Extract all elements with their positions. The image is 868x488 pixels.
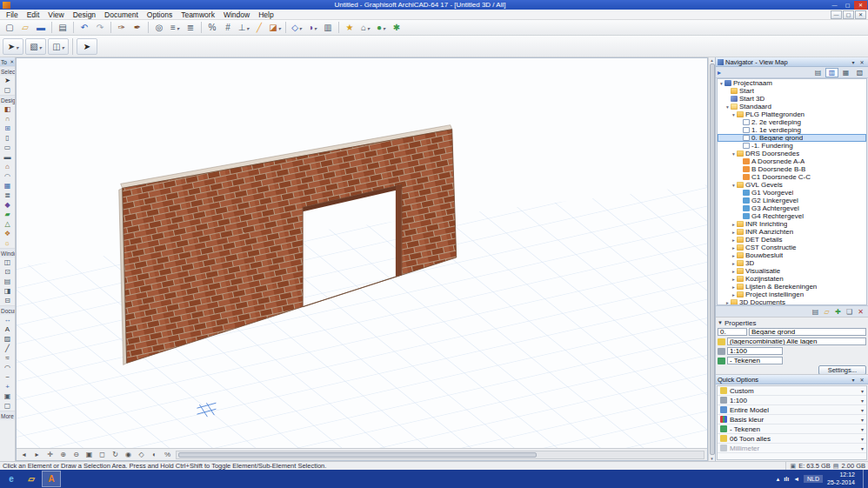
hotspot-tool[interactable]: + <box>0 382 15 391</box>
menu-item[interactable]: Options <box>143 10 177 19</box>
elevation-tool[interactable]: ⊡ <box>0 267 15 277</box>
tree-item[interactable]: ▸ DET Details <box>718 236 866 244</box>
language-indicator[interactable]: NLD <box>804 475 823 483</box>
expander-icon[interactable]: ▸ <box>724 300 731 305</box>
arrow-cursor[interactable]: ➤ <box>77 38 97 55</box>
quick-option-row[interactable]: 1:100 ▾ <box>718 396 866 405</box>
mdi-restore[interactable]: ▢ <box>843 10 854 19</box>
window-tool[interactable]: ⊞ <box>0 124 15 133</box>
expander-icon[interactable]: ▾ <box>731 112 737 117</box>
redo[interactable]: ↷ <box>93 21 107 35</box>
gravity[interactable]: ⊥ <box>237 21 250 35</box>
collapse-icon[interactable]: ▼ <box>718 320 723 325</box>
chevron-down-icon[interactable]: ▾ <box>861 426 864 432</box>
zoom-percent[interactable]: % <box>161 450 174 460</box>
element-settings[interactable]: ≡ <box>168 21 182 35</box>
menu-item[interactable]: Document <box>100 10 143 19</box>
tree-item[interactable]: ▾ Standaard <box>718 103 866 110</box>
navigator-close-icon[interactable]: ✕ <box>858 59 866 65</box>
maximize-button[interactable]: ▢ <box>841 1 854 10</box>
quick-options-close-icon[interactable]: ✕ <box>858 377 866 383</box>
dimension-tool[interactable]: ↔ <box>0 315 15 324</box>
volume-icon[interactable]: ◄ <box>793 476 799 482</box>
navigator-header[interactable]: Navigator - View Map ▾ ✕ <box>716 57 868 67</box>
quick-option-row[interactable]: Entire Model ▾ <box>718 405 866 415</box>
stair-tool[interactable]: ≣ <box>0 191 15 200</box>
interior-elevation-tool[interactable]: ▤ <box>0 277 15 286</box>
trace-reference[interactable]: ◪ <box>268 21 282 35</box>
column-tool[interactable]: ▯ <box>0 133 15 143</box>
chevron-down-icon[interactable]: ▾ <box>861 417 864 423</box>
scale-field[interactable]: 1:100 <box>727 347 783 355</box>
horizontal-scrollbar-thumb[interactable] <box>178 452 537 458</box>
project-chooser-icon[interactable]: ▸ <box>718 69 728 77</box>
3d-viewport[interactable]: ◂▸✛⊕⊖▣◻↻◉◇◐% <box>16 57 708 461</box>
arrow-tool-dropdown[interactable]: ➤ <box>3 38 23 55</box>
quick-option-row[interactable]: Millimeter ▾ <box>718 444 866 453</box>
chevron-down-icon[interactable]: ▾ <box>861 407 864 413</box>
3d-window[interactable]: ◇ <box>290 21 304 35</box>
taskbar-clock[interactable]: 12:12 25-2-2014 <box>827 471 855 485</box>
expander-icon[interactable]: ▸ <box>731 245 737 251</box>
expander-icon[interactable]: ▸ <box>731 284 737 290</box>
scale-options[interactable]: % <box>205 21 219 35</box>
tree-item[interactable]: Start <box>718 87 866 95</box>
menu-item[interactable]: Teamwork <box>177 10 219 19</box>
tree-item[interactable]: A Doorsnede A-A <box>718 157 866 165</box>
show-desktop-button[interactable] <box>863 470 866 488</box>
object-tool[interactable]: ❖ <box>0 229 15 238</box>
chevron-down-icon[interactable]: ▾ <box>861 398 864 404</box>
expander-icon[interactable]: ▸ <box>731 253 737 258</box>
mdi-minimize[interactable]: — <box>831 10 842 19</box>
find-and-select[interactable]: ◎ <box>152 21 166 35</box>
detail-tool[interactable]: ⊟ <box>0 296 15 305</box>
vertical-scrollbar[interactable]: ▴ ▾ <box>708 57 715 461</box>
menu-item[interactable]: Design <box>69 10 100 19</box>
pan[interactable]: ✛ <box>43 450 57 460</box>
navigator-options-icon[interactable]: ▾ <box>849 59 858 65</box>
hidden-icons-arrow[interactable]: ▴ <box>777 476 780 483</box>
zone-tool[interactable]: ▰ <box>0 210 15 219</box>
story-name-field[interactable]: Begane grond <box>749 328 866 336</box>
print[interactable]: ▤ <box>56 21 70 35</box>
scroll-left[interactable]: ◂ <box>17 450 30 460</box>
save-project[interactable]: ▬ <box>34 21 48 35</box>
fill-tool[interactable]: ▨ <box>0 334 15 344</box>
menu-item[interactable]: Edit <box>23 10 44 19</box>
work-environment[interactable]: ✱ <box>390 21 404 35</box>
tree-item[interactable]: ▸ INR Inrichting <box>718 220 866 228</box>
orbit[interactable]: ↻ <box>109 450 122 460</box>
marquee-tool[interactable]: ▢ <box>0 85 15 95</box>
lamp-tool[interactable]: ☼ <box>0 238 15 248</box>
rendering[interactable]: ◑ <box>305 21 319 35</box>
chevron-down-icon[interactable]: ▾ <box>861 436 864 442</box>
delete-item[interactable]: ✕ <box>855 307 866 317</box>
selection-mode-dropdown[interactable]: ◫ <box>48 38 69 55</box>
expander-icon[interactable]: ▾ <box>724 104 731 110</box>
tree-item[interactable]: Start 3D <box>718 95 866 103</box>
quick-option-row[interactable]: - Tekenen ▾ <box>718 424 866 434</box>
3d-scene[interactable] <box>17 58 707 448</box>
layer-settings[interactable]: ≣ <box>184 21 197 35</box>
polyline-tool[interactable]: ≈ <box>0 353 15 363</box>
arc-tool[interactable]: ◠ <box>0 363 15 372</box>
vertical-scrollbar-thumb[interactable] <box>710 64 715 455</box>
toolbox-header[interactable]: To ✕ <box>0 57 15 66</box>
tree-item[interactable]: G4 Rechtergevel <box>718 212 866 220</box>
mdi-close[interactable]: ✕ <box>855 10 866 19</box>
network-icon[interactable]: ılı <box>784 476 789 482</box>
morph-tool[interactable]: ◆ <box>0 200 15 210</box>
scroll-up-icon[interactable]: ▴ <box>711 57 713 63</box>
shadows[interactable]: ◐ <box>148 450 161 460</box>
line-tool[interactable]: ╱ <box>0 344 15 353</box>
horizontal-scrollbar[interactable] <box>176 451 704 459</box>
slab-tool[interactable]: ▬ <box>0 152 15 162</box>
clone-folder[interactable]: ❏ <box>844 307 855 317</box>
zoom-box[interactable]: ◻ <box>96 450 109 460</box>
view-map-tab[interactable]: ▥ <box>825 68 838 77</box>
tree-item[interactable]: ▸ INR Aanzichten <box>718 228 866 236</box>
toolbox-close-icon[interactable]: ✕ <box>10 59 14 64</box>
tree-item[interactable]: -1. Fundering <box>718 142 866 150</box>
quick-options-header[interactable]: Quick Options ▾ ✕ <box>716 375 868 384</box>
inject-parameters[interactable]: ✒ <box>130 21 144 35</box>
